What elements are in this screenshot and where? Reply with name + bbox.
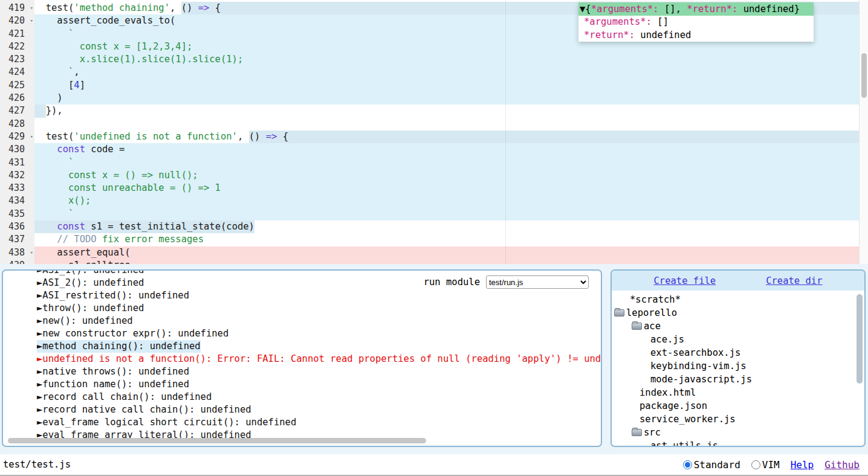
standard-radio[interactable] (683, 460, 692, 469)
create-file-link[interactable]: Create file (654, 275, 716, 286)
editor-line[interactable]: s1.calltree (34, 259, 859, 264)
value-inspector-tooltip[interactable]: ▼{*arguments*: [], *return*: undefined} … (578, 2, 814, 42)
editor-line[interactable] (34, 118, 859, 130)
gutter-line-number[interactable]: 427 (0, 105, 34, 117)
tree-row[interactable]: mode-javascript.js (612, 373, 864, 386)
tree-row[interactable]: ast_utils.js (612, 439, 864, 447)
editor-line[interactable]: x(); (34, 195, 859, 207)
github-link[interactable]: Github (824, 459, 860, 471)
result-row[interactable]: ►throw(): undefined (3, 302, 601, 315)
gutter-line-number[interactable]: 419▾ (0, 2, 34, 14)
tree-scrollbar-thumb[interactable] (857, 294, 863, 384)
editor-line[interactable]: // TODO fix error messages (34, 233, 859, 246)
result-row[interactable]: ►new constructor expr(): undefined (3, 327, 601, 340)
result-row[interactable]: ►eval_frame logical short circuit(): und… (3, 416, 601, 429)
keybinding-vim-option[interactable]: VIM (751, 459, 780, 471)
result-row[interactable]: ►ASI_restrited(): undefined (3, 289, 601, 302)
tree-item-label: index.html (640, 386, 696, 399)
tree-row[interactable]: index.html (612, 386, 864, 399)
code-editor[interactable]: 419▾420▾421422423424425426427428429▾4304… (0, 0, 868, 264)
gutter-line-number[interactable]: 426 (0, 92, 34, 105)
run-module-select[interactable]: test/run.js (486, 275, 589, 289)
gutter-line-number[interactable]: 436 (0, 220, 34, 233)
tree-row[interactable]: keybinding-vim.js (612, 359, 864, 373)
gutter-line-number[interactable]: 423 (0, 53, 34, 66)
gutter-line-number[interactable]: 421 (0, 28, 34, 40)
tooltip-token: [] (652, 16, 669, 27)
gutter-line-number[interactable]: 435 (0, 208, 34, 220)
result-row[interactable]: ►record native call chain(): undefined (3, 404, 601, 416)
gutter-line-number[interactable]: 437 (0, 233, 34, 246)
gutter-line-number[interactable]: 438▾ (0, 246, 34, 259)
gutter-line-number[interactable]: 432 (0, 169, 34, 182)
tree-vertical-scrollbar[interactable] (856, 293, 863, 446)
gutter-line-number[interactable]: 431 (0, 156, 34, 169)
tree-item-label: keybinding-vim.js (650, 359, 747, 373)
tree-row[interactable]: package.json (612, 399, 864, 413)
result-row[interactable]: ►method chaining(): undefined (3, 340, 601, 353)
tooltip-property-row[interactable]: *arguments*: [] (578, 16, 814, 29)
tree-row[interactable]: ext-searchbox.js (612, 346, 864, 359)
editor-line[interactable]: }), (34, 105, 859, 117)
tree-row[interactable]: leporello (612, 306, 864, 320)
results-horizontal-scrollbar[interactable] (7, 438, 599, 444)
vim-radio[interactable] (751, 460, 760, 469)
result-row[interactable]: ►function name(): undefined (3, 378, 601, 391)
gutter-line-number[interactable]: 424 (0, 66, 34, 79)
code-token: ] (80, 79, 85, 92)
editor-line[interactable]: const unreachable = () => 1 (34, 182, 859, 195)
fold-arrow-icon[interactable]: ▾ (30, 133, 33, 140)
editor-line[interactable]: assert_equal( (34, 246, 859, 259)
result-row-text: ►ASI_1(): undefined (37, 269, 144, 277)
result-row[interactable]: ►native throws(): undefined (3, 365, 601, 378)
result-row-text: ►function name(): undefined (37, 378, 189, 391)
editor-line[interactable]: ` (34, 156, 859, 169)
create-dir-link[interactable]: Create dir (766, 275, 822, 286)
gutter-line-number[interactable]: 428 (0, 118, 34, 130)
editor-line[interactable]: const s1 = test_initial_state(code) (34, 220, 859, 233)
gutter-line-number[interactable]: 439 (0, 259, 34, 264)
gutter-line-number[interactable]: 434 (0, 195, 34, 207)
tooltip-token: *return*: (584, 30, 635, 40)
tree-row[interactable]: *scratch* (612, 293, 864, 306)
result-row[interactable]: ►record call chain(): undefined (3, 391, 601, 404)
result-row[interactable]: ►new(): undefined (3, 315, 601, 327)
gutter-line-number[interactable]: 430 (0, 143, 34, 156)
gutter-line-number[interactable]: 433 (0, 182, 34, 195)
editor-line[interactable]: const x = () => null(); (34, 169, 859, 182)
code-token: s1.calltree (34, 259, 131, 264)
editor-line[interactable]: x.slice(1).slice(1).slice(1); (34, 53, 859, 66)
fold-arrow-icon[interactable]: ▾ (30, 249, 33, 256)
fold-arrow-icon[interactable]: ▾ (30, 4, 33, 11)
vim-label: VIM (762, 459, 780, 471)
tree-row[interactable]: ace (612, 320, 864, 333)
result-row[interactable]: ►undefined is not a function(): Error: F… (3, 353, 601, 365)
tooltip-summary-row[interactable]: ▼{*arguments*: [], *return*: undefined} (578, 2, 814, 16)
editor-vertical-scrollbar[interactable] (859, 0, 868, 264)
editor-line[interactable]: `, (34, 66, 859, 79)
gutter-line-number[interactable]: 420▾ (0, 14, 34, 27)
result-row-text: ►record call chain(): undefined (37, 391, 212, 404)
gutter-line-number[interactable]: 425 (0, 79, 34, 92)
help-link[interactable]: Help (791, 459, 814, 471)
editor-line[interactable]: test('undefined is not a function', () =… (34, 130, 859, 143)
editor-line[interactable]: ) (34, 92, 859, 105)
tree-row[interactable]: src (612, 426, 864, 439)
editor-line[interactable]: [4] (34, 79, 859, 92)
editor-scrollbar-thumb[interactable] (861, 53, 867, 98)
editor-line[interactable]: const x = [1,2,3,4]; (34, 40, 859, 53)
tooltip-property-row[interactable]: *return*: undefined (578, 29, 814, 42)
editor-line[interactable]: ` (34, 208, 859, 220)
result-row-text: ►throw(): undefined (37, 302, 144, 315)
tree-row[interactable]: service_worker.js (612, 413, 864, 426)
editor-line[interactable]: const code = (34, 143, 859, 156)
gutter-line-number[interactable]: 429▾ (0, 130, 34, 143)
results-scrollbar-thumb[interactable] (8, 438, 426, 443)
tree-row[interactable]: ace.js (612, 333, 864, 346)
tooltip-header-token: ▼{ (580, 4, 591, 14)
fold-arrow-icon[interactable]: ▾ (30, 17, 33, 24)
tooltip-header-token: [], (659, 4, 687, 14)
test-results-list: ►ASI_1(): undefined►ASI_2(): undefined►A… (3, 274, 601, 442)
gutter-line-number[interactable]: 422 (0, 40, 34, 53)
keybinding-standard-option[interactable]: Standard (683, 459, 740, 471)
